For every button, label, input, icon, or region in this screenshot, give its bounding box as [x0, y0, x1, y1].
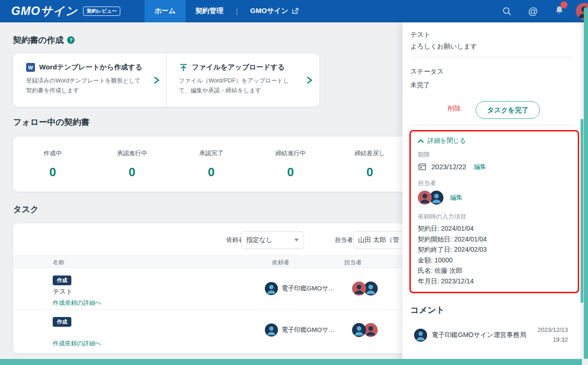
requester-filter-value: 指定なし	[246, 236, 273, 244]
request-fields-label: 依頼時の入力項目	[418, 213, 571, 221]
status-label: ステータス	[410, 68, 443, 76]
assignee-filter-label: 担当者	[335, 236, 353, 244]
requester-name: 電子印鑑GMOサ…	[282, 284, 335, 293]
upload-title: ファイルをアップロードする	[192, 63, 285, 72]
comment-author: 電子印鑑GMOサイン運営事務局	[432, 331, 526, 339]
drawer-scrollbar-thumb[interactable]	[581, 119, 583, 303]
tab-gmo-sign-external[interactable]: GMOサイン	[241, 0, 309, 22]
upload-desc: ファイル（Word/PDF）をアップロードして、編集や承認・締結をします	[179, 76, 298, 95]
stat-conclusion-returned: 締結差戻し 0	[330, 137, 409, 192]
nav-tabs: ホーム 契約管理 | GMOサイン	[145, 0, 309, 22]
stat-label: 作成中	[13, 149, 92, 158]
requester-cell: 電子印鑑GMOサ…	[265, 324, 335, 337]
task-name: テスト	[53, 288, 102, 296]
requester-filter-select[interactable]: 指定なし	[241, 231, 304, 249]
create-section-heading: 契約書の作成 ?	[13, 34, 75, 46]
stat-value: 0	[330, 165, 409, 179]
comment-hour: 19:32	[553, 336, 568, 343]
tasks-heading: タスク	[13, 204, 39, 215]
vertical-scrollbar[interactable]	[584, 7, 588, 359]
at-glyph: @	[528, 6, 538, 17]
stat-approval-done: 承認完了 0	[172, 137, 251, 192]
divider	[410, 57, 573, 57]
drawer-task-name: テスト	[410, 31, 430, 39]
chevron-right-icon	[306, 76, 313, 84]
edit-due-date-link[interactable]: 編集	[474, 163, 486, 171]
word-template-desc: 登録済みのWordテンプレートを雛形として契約書を作成します	[26, 76, 145, 95]
calendar-icon	[418, 162, 427, 171]
field-name: 氏名: 佐藤 次郎	[418, 265, 571, 276]
task-detail-drawer: テスト よろしくお願いします ステータス 未完了 削除 タスクを完了 詳細を閉じ…	[402, 22, 581, 365]
external-link-icon	[291, 7, 299, 15]
mention-icon[interactable]: @	[520, 6, 546, 17]
notification-dot	[560, 1, 567, 8]
requester-avatar	[265, 324, 278, 337]
due-label: 期限	[418, 151, 571, 159]
create-options-card: W Wordテンプレートから作成する 登録済みのWordテンプレートを雛形として…	[13, 54, 319, 107]
task-detail-highlight-box: 詳細を閉じる 期限 2023/12/22 編集 担当者 編集 依頼時の入力項目 …	[409, 130, 579, 293]
horizontal-scrollbar[interactable]	[0, 359, 582, 365]
word-template-title: Wordテンプレートから作成する	[39, 63, 142, 72]
assignee-avatar	[352, 323, 366, 337]
stat-value: 0	[251, 165, 330, 179]
tab-contract-management[interactable]: 契約管理	[186, 0, 233, 22]
close-details-label: 詳細を閉じる	[428, 137, 466, 145]
assignee-avatar	[418, 191, 432, 205]
create-from-word-template[interactable]: W Wordテンプレートから作成する 登録済みのWordテンプレートを雛形として…	[13, 54, 166, 107]
divider	[410, 125, 573, 125]
requester-name: 電子印鑑GMOサ…	[282, 326, 335, 334]
col-assignee: 担当者	[344, 259, 362, 267]
requester-cell: 電子印鑑GMOサ…	[265, 282, 335, 295]
field-contract-date: 契約日: 2024/01/04	[418, 223, 571, 234]
request-fields: 契約日: 2024/01/04 契約開始日: 2024/01/04 契約終了日:…	[418, 223, 571, 286]
contract-review-badge: 契約レビュー	[83, 7, 120, 16]
assignee-filter-value: 山田 太郎（管	[358, 236, 399, 244]
gmo-sign-logo: GMOサイン	[11, 3, 77, 19]
stat-label: 承認進行中	[92, 149, 172, 158]
stat-label: 承認完了	[172, 149, 251, 158]
drawer-assignee-avatars: 編集	[418, 191, 571, 205]
field-contract-end: 契約終了日: 2024/02/03	[418, 244, 571, 255]
task-detail-link[interactable]: 作成依頼の詳細へ	[53, 299, 102, 307]
assignee-avatars	[352, 282, 378, 296]
search-icon[interactable]	[494, 6, 520, 16]
create-section-title: 契約書の作成	[13, 34, 63, 46]
assignee-avatar	[352, 282, 366, 296]
stat-value: 0	[172, 165, 251, 179]
brand: GMOサイン 契約レビュー	[11, 3, 120, 19]
tab-home[interactable]: ホーム	[145, 0, 186, 22]
assignee-label: 担当者	[418, 179, 571, 187]
assignee-avatars	[352, 323, 378, 337]
col-requester: 依頼者	[272, 259, 290, 267]
stat-conclusion-in-progress: 締結進行中 0	[251, 137, 330, 192]
col-name: 名称	[53, 259, 64, 267]
close-details-link[interactable]: 詳細を閉じる	[418, 137, 571, 145]
notifications-bell-icon[interactable]	[546, 5, 572, 17]
stat-value: 0	[13, 165, 92, 179]
chevron-down-icon	[294, 239, 299, 241]
complete-task-button[interactable]: タスクを完了	[476, 101, 540, 119]
task-detail-link[interactable]: 作成依頼の詳細へ	[53, 339, 102, 348]
tab-gmo-sign-label: GMOサイン	[250, 7, 289, 15]
task-name	[53, 329, 102, 337]
navbar-actions: @	[494, 0, 588, 22]
followed-contracts-heading: フォロー中の契約書	[13, 117, 90, 128]
stat-value: 0	[92, 165, 172, 179]
stat-label: 締結進行中	[251, 149, 330, 158]
upload-file-option[interactable]: ファイルをアップロードする ファイル（Word/PDF）をアップロードして、編集…	[166, 54, 320, 107]
stat-approval-in-progress: 承認進行中 0	[92, 137, 172, 192]
stat-drafting: 作成中 0	[13, 137, 92, 192]
status-badge: 作成	[53, 275, 71, 285]
due-date-value: 2023/12/22	[431, 163, 466, 171]
field-amount: 金額: 10000	[418, 255, 571, 266]
delete-task-link[interactable]: 削除	[448, 104, 461, 113]
followed-contracts-title: フォロー中の契約書	[13, 117, 90, 128]
comment-date: 2023/12/13	[538, 326, 568, 333]
nav-separator: |	[233, 7, 241, 15]
edit-assignees-link[interactable]: 編集	[450, 193, 463, 202]
status-badge: 作成	[53, 317, 71, 327]
word-file-icon: W	[26, 63, 35, 72]
help-icon[interactable]: ?	[67, 36, 75, 44]
requester-avatar	[265, 282, 278, 295]
chevron-right-icon	[153, 76, 160, 84]
